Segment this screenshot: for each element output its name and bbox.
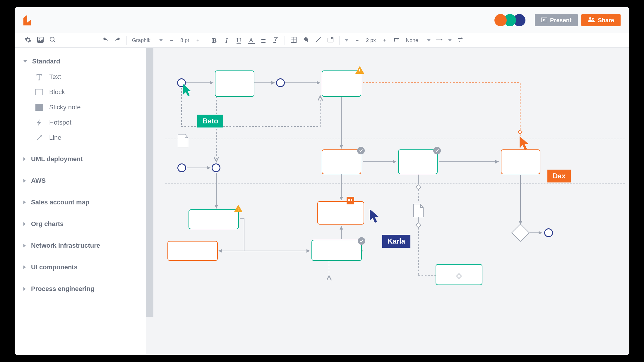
svg-point-2 — [592, 18, 594, 20]
sidebar-section-network[interactable]: Network infrastructure — [15, 238, 146, 254]
shape-style-button[interactable] — [327, 37, 334, 44]
sidebar-section-process[interactable]: Process engineering — [15, 281, 146, 297]
warning-badge-icon: ! — [355, 66, 364, 74]
collaborator-cursor-label: Karla — [382, 235, 410, 248]
image-icon — [37, 36, 44, 45]
file-icon[interactable] — [413, 204, 424, 218]
shape-item-block[interactable]: Block — [15, 85, 146, 100]
canvas-area[interactable]: ! ! — [146, 48, 629, 355]
arrow-icon — [436, 36, 443, 45]
stroke-color-button[interactable] — [315, 37, 322, 44]
flow-block-node[interactable] — [167, 241, 218, 261]
paint-bucket-icon — [302, 36, 309, 45]
swimlane-divider — [165, 183, 625, 184]
shape-item-label: Line — [49, 134, 61, 142]
clear-format-icon — [272, 36, 279, 45]
svg-point-5 — [50, 37, 54, 41]
shape-item-label: Text — [49, 73, 61, 81]
shape-item-hotspot[interactable]: Hotspot — [15, 115, 146, 130]
flow-circle-node[interactable] — [177, 163, 186, 172]
undo-button[interactable] — [102, 37, 109, 44]
clear-format-button[interactable] — [272, 37, 279, 44]
decrease-stroke-button[interactable]: − — [354, 37, 361, 44]
border-icon — [290, 36, 297, 45]
search-icon — [49, 36, 56, 45]
sidebar-section-standard[interactable]: Standard — [15, 54, 146, 69]
fill-button[interactable] — [302, 37, 309, 44]
shape-item-line[interactable]: Line — [15, 130, 146, 145]
share-button-label: Share — [598, 17, 614, 24]
avatar[interactable] — [494, 14, 507, 26]
swap-icon — [457, 36, 464, 45]
flow-block-node[interactable] — [215, 70, 254, 97]
flow-end-node[interactable] — [544, 228, 553, 237]
shape-item-text[interactable]: Text — [15, 69, 146, 85]
swap-direction-button[interactable] — [457, 37, 464, 44]
flow-block-node[interactable] — [322, 70, 361, 97]
app-logo[interactable] — [23, 15, 31, 25]
chevron-right-icon — [23, 157, 26, 161]
border-button[interactable] — [290, 37, 297, 44]
increase-stroke-button[interactable]: + — [381, 37, 388, 44]
sidebar-section-ui[interactable]: UI components — [15, 259, 146, 275]
flow-circle-node[interactable] — [276, 78, 285, 87]
sidebar-section-sales[interactable]: Sales account map — [15, 194, 146, 210]
image-button[interactable] — [37, 37, 44, 44]
align-button[interactable] — [260, 37, 267, 44]
line-routing-button[interactable] — [393, 37, 400, 44]
sidebar-section-title: Org charts — [31, 220, 64, 228]
settings-button[interactable] — [25, 37, 32, 44]
ruler — [146, 48, 153, 317]
diamond-handle-icon — [518, 130, 523, 135]
shape-item-label: Block — [49, 88, 65, 96]
flow-block-node[interactable] — [311, 240, 362, 261]
flow-block-node[interactable] — [501, 149, 540, 174]
flow-gateway-node[interactable] — [415, 222, 421, 228]
chevron-down-icon[interactable] — [448, 39, 452, 42]
redo-button[interactable] — [114, 37, 121, 44]
stroke-width: 2 px — [366, 37, 376, 44]
font-select[interactable]: Graphik — [132, 37, 163, 44]
chevron-right-icon — [23, 201, 26, 204]
collaborator-cursor-icon — [369, 208, 382, 224]
undo-icon — [102, 36, 109, 45]
present-button[interactable]: Present — [535, 14, 578, 26]
block-shape-icon — [35, 88, 43, 96]
collaborator-avatars[interactable] — [497, 14, 525, 26]
arrow-style-button[interactable] — [436, 37, 443, 44]
flow-block-node[interactable] — [322, 149, 361, 174]
flow-block-node[interactable] — [317, 201, 364, 225]
bold-button[interactable]: B — [211, 37, 218, 44]
chevron-down-icon[interactable] — [345, 39, 348, 42]
font-size: 8 pt — [180, 37, 189, 44]
shape-item-sticky[interactable]: Sticky note — [15, 100, 146, 115]
text-color-button[interactable]: A — [248, 37, 255, 44]
font-name: Graphik — [132, 37, 150, 44]
sidebar-section-uml[interactable]: UML deployment — [15, 151, 146, 167]
warning-badge-icon: ! — [234, 205, 243, 212]
comment-badge-icon — [347, 197, 354, 204]
sidebar-section-title: UML deployment — [31, 155, 83, 163]
people-icon — [588, 17, 595, 24]
sidebar-section-org[interactable]: Org charts — [15, 216, 146, 232]
chevron-right-icon — [23, 179, 26, 182]
decrease-font-button[interactable]: − — [168, 37, 175, 44]
gear-icon — [25, 36, 32, 45]
flow-gateway-node[interactable] — [415, 184, 421, 190]
line-style: None — [406, 37, 418, 44]
search-button[interactable] — [49, 37, 56, 44]
flow-block-node[interactable] — [398, 149, 438, 174]
increase-font-button[interactable]: + — [194, 37, 201, 44]
share-button[interactable]: Share — [581, 14, 621, 26]
flow-decision-node[interactable] — [511, 224, 530, 242]
italic-button[interactable]: I — [223, 37, 230, 44]
sidebar-section-aws[interactable]: AWS — [15, 173, 146, 189]
flow-circle-node[interactable] — [212, 163, 220, 172]
underline-button[interactable]: U — [235, 37, 242, 44]
flow-block-node[interactable] — [189, 209, 239, 229]
svg-point-1 — [589, 17, 591, 20]
play-icon — [541, 17, 547, 24]
line-style-select[interactable]: None — [406, 37, 431, 44]
chevron-right-icon — [23, 222, 26, 226]
file-icon[interactable] — [177, 134, 189, 148]
